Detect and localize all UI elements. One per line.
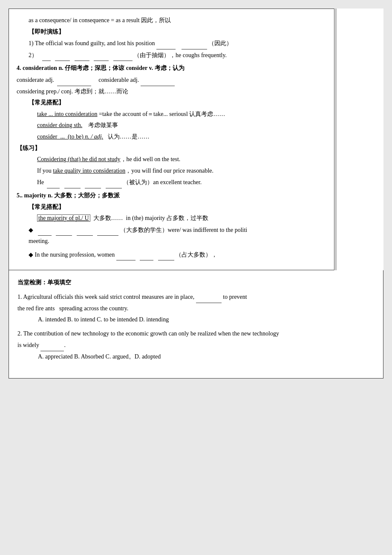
consequence-line: as a consequence/ in consequence = as a … <box>17 15 326 26</box>
q1: 1. Agricultural officials this week said… <box>17 291 375 326</box>
q2-options: A. appreciated B. Absorbed C. argued。D. … <box>17 351 375 363</box>
q2-text: 2. The contribution of new technology to… <box>17 328 375 340</box>
blank-b1a <box>38 224 52 236</box>
item5-col1: the majority of pl./ U 大多数…… in (the) ma… <box>17 213 326 224</box>
item4-line2: considerate adj. considerable adj. <box>17 74 326 86</box>
blank-b2b <box>140 249 153 261</box>
exercise2: 2） （由于抽烟），he coughs frequently. <box>17 49 326 61</box>
blank-b1d <box>97 224 118 236</box>
collocation3: consider ... (to be) n. / adj. 认为……是…… <box>17 131 326 143</box>
blank-considerable <box>141 74 175 86</box>
q1-text-cont: the red fire ants spreading across the c… <box>17 303 375 315</box>
ex-line3: He （被认为）an excellent teacher. <box>17 176 326 188</box>
blank-he3 <box>85 176 101 188</box>
q2-text-cont: is widely . <box>17 339 375 351</box>
item5-collocations-label: 【常见搭配】 <box>17 202 326 213</box>
collocation1: take ... into consideration =take the ac… <box>17 109 326 120</box>
item5-bullet1: ◆ （大多数的学生）were/ was indifferent to the p… <box>17 224 326 236</box>
blank-b1b <box>56 224 72 236</box>
q2: 2. The contribution of new technology to… <box>17 328 375 363</box>
q1-options: A. intended B. to intend C. to be intend… <box>17 314 375 326</box>
ex-line2: If you take quality into consideration，y… <box>17 165 326 177</box>
blank2 <box>182 38 207 49</box>
common-collocations-label: 【常见搭配】 <box>17 97 326 109</box>
item5-bullet1-end: meeting. <box>17 236 326 247</box>
blank-b2a <box>116 249 135 261</box>
blank6 <box>94 49 109 61</box>
blank7 <box>113 49 133 61</box>
blank3 <box>42 49 51 61</box>
blank-he4 <box>106 176 122 188</box>
blank-q2 <box>40 339 64 351</box>
blank-b1c <box>77 224 93 236</box>
blank-he1 <box>47 176 60 188</box>
blank1 <box>156 38 176 49</box>
blank-he2 <box>64 176 81 188</box>
exercise-label: 【练习】 <box>17 143 326 154</box>
ex-line1: Considering (that) he did not study，he d… <box>17 154 326 165</box>
page-container: as a consequence/ in consequence = as a … <box>9 9 383 379</box>
instant-exercise-label: 【即时演练】 <box>17 26 326 38</box>
item5-header: 5.. majority n. 大多数；大部分；多数派 <box>17 190 326 202</box>
right-sidebar <box>336 9 383 270</box>
item4-line3: considering prep./ conj. 考虑到；就……而论 <box>17 86 326 98</box>
bottom-section: 当堂检测：单项填空 1. Agricultural officials this… <box>9 270 383 378</box>
blank4 <box>55 49 70 61</box>
collocation2: consider doing sth. 考虑做某事 <box>17 120 326 131</box>
top-section: as a consequence/ in consequence = as a … <box>9 9 383 270</box>
q1-text: 1. Agricultural officials this week said… <box>17 291 375 303</box>
blank-considerate <box>57 74 91 86</box>
blank-q1 <box>196 291 222 303</box>
blank-b2c <box>158 249 174 261</box>
section-header: 当堂检测：单项填空 <box>17 277 375 289</box>
item5-bullet2: ◆ In the nursing profession, women （占大多数… <box>17 249 326 261</box>
item4-header: 4. consideration n. 仔细考虑；深思；体谅 consider … <box>17 63 326 74</box>
blank5 <box>75 49 89 61</box>
exercise1: 1) The official was found guilty, and lo… <box>17 38 326 49</box>
